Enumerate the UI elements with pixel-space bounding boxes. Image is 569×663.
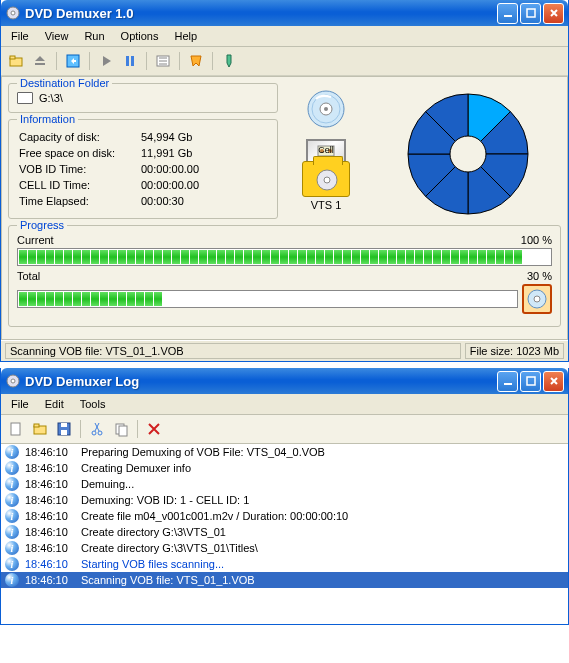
maximize-button[interactable] — [520, 3, 541, 24]
svg-point-19 — [450, 136, 486, 172]
refresh-icon[interactable] — [62, 50, 84, 72]
svg-rect-30 — [61, 430, 67, 435]
minimize-button[interactable] — [497, 371, 518, 392]
log-row[interactable]: i18:46:10Demuxing: VOB ID: 1 - CELL ID: … — [1, 492, 568, 508]
destination-legend: Destination Folder — [17, 77, 112, 89]
menu-edit[interactable]: Edit — [39, 396, 70, 412]
log-message: Create directory G:\3\VTS_01 — [81, 526, 226, 538]
log-time: 18:46:10 — [25, 462, 75, 474]
status-right: File size: 1023 Mb — [465, 343, 564, 359]
destination-group: Destination Folder G:\3\ — [8, 83, 278, 113]
log-time: 18:46:10 — [25, 574, 75, 586]
menu-file[interactable]: File — [5, 28, 35, 44]
info-table: Capacity of disk:54,994 Gb Free space on… — [17, 128, 209, 210]
disc-icon — [306, 89, 346, 129]
total-pct: 30 % — [527, 270, 552, 282]
log-titlebar[interactable]: DVD Demuxer Log — [1, 368, 568, 394]
info-row: Capacity of disk:54,994 Gb — [19, 130, 207, 144]
log-row[interactable]: i18:46:10Creating Demuxer info — [1, 460, 568, 476]
log-time: 18:46:10 — [25, 510, 75, 522]
info-icon: i — [5, 525, 19, 539]
minimize-button[interactable] — [497, 3, 518, 24]
svg-point-21 — [534, 296, 540, 302]
log-time: 18:46:10 — [25, 446, 75, 458]
info-row: CELL ID Time:00:00:00.00 — [19, 178, 207, 192]
menu-help[interactable]: Help — [169, 28, 204, 44]
main-content: Destination Folder G:\3\ Information Cap… — [1, 76, 568, 340]
info-icon: i — [5, 541, 19, 555]
save-icon[interactable] — [53, 418, 75, 440]
close-button[interactable] — [543, 3, 564, 24]
separator — [56, 52, 57, 70]
log-row[interactable]: i18:46:10Demuing... — [1, 476, 568, 492]
vts-label: VTS 1 — [286, 199, 366, 211]
main-titlebar[interactable]: DVD Demuxer 1.0 — [1, 0, 568, 26]
log-row[interactable]: i18:46:10Scanning VOB file: VTS_01_1.VOB — [1, 572, 568, 588]
svg-rect-24 — [504, 383, 512, 385]
menu-run[interactable]: Run — [78, 28, 110, 44]
menu-view[interactable]: View — [39, 28, 75, 44]
separator — [137, 420, 138, 438]
open-icon[interactable] — [5, 50, 27, 72]
current-pct: 100 % — [521, 234, 552, 246]
play-icon[interactable] — [95, 50, 117, 72]
separator — [179, 52, 180, 70]
svg-point-32 — [92, 431, 96, 435]
svg-rect-8 — [131, 56, 134, 66]
help-icon[interactable] — [185, 50, 207, 72]
copy-icon[interactable] — [110, 418, 132, 440]
total-progress-bar — [17, 290, 518, 308]
delete-icon[interactable] — [143, 418, 165, 440]
info-icon: i — [5, 493, 19, 507]
cell-label: Cell — [286, 145, 366, 155]
separator — [212, 52, 213, 70]
disk-pie-chart — [403, 89, 533, 219]
new-icon[interactable] — [5, 418, 27, 440]
menu-options[interactable]: Options — [115, 28, 165, 44]
log-row[interactable]: i18:46:10Preparing Demuxing of VOB File:… — [1, 444, 568, 460]
mid-column: Cell VTS 1 — [286, 83, 366, 225]
information-legend: Information — [17, 113, 78, 125]
vts-box[interactable] — [302, 161, 350, 197]
svg-rect-5 — [10, 56, 15, 59]
log-list[interactable]: i18:46:10Preparing Demuxing of VOB File:… — [1, 444, 568, 624]
progress-group: Progress Current 100 % Total 30 % — [8, 225, 561, 327]
svg-point-13 — [324, 107, 328, 111]
info-icon: i — [5, 461, 19, 475]
main-title: DVD Demuxer 1.0 — [25, 6, 495, 21]
log-message: Creating Demuxer info — [81, 462, 191, 474]
info-row: VOB ID Time:00:00:00.00 — [19, 162, 207, 176]
current-label: Current — [17, 234, 54, 246]
svg-point-18 — [324, 177, 330, 183]
info-icon: i — [5, 445, 19, 459]
drive-icon — [17, 92, 33, 104]
info-row: Time Elapsed:00:00:30 — [19, 194, 207, 208]
svg-point-23 — [11, 379, 15, 383]
eject-icon[interactable] — [29, 50, 51, 72]
log-message: Create file m04_v001c001.m2v / Duration:… — [81, 510, 348, 522]
log-row[interactable]: i18:46:10Create directory G:\3\VTS_01\Ti… — [1, 540, 568, 556]
log-row[interactable]: i18:46:10Starting VOB files scanning... — [1, 556, 568, 572]
tag-icon[interactable] — [218, 50, 240, 72]
main-toolbar — [1, 47, 568, 76]
svg-rect-2 — [504, 15, 512, 17]
close-button[interactable] — [543, 371, 564, 392]
log-message: Preparing Demuxing of VOB File: VTS_04_0… — [81, 446, 325, 458]
log-time: 18:46:10 — [25, 542, 75, 554]
app-icon — [5, 5, 21, 21]
separator — [80, 420, 81, 438]
svg-rect-35 — [119, 426, 127, 436]
menu-tools[interactable]: Tools — [74, 396, 112, 412]
open-icon[interactable] — [29, 418, 51, 440]
menu-file[interactable]: File — [5, 396, 35, 412]
list-icon[interactable] — [152, 50, 174, 72]
cut-icon[interactable] — [86, 418, 108, 440]
log-row[interactable]: i18:46:10Create directory G:\3\VTS_01 — [1, 524, 568, 540]
log-row[interactable]: i18:46:10Create file m04_v001c001.m2v / … — [1, 508, 568, 524]
maximize-button[interactable] — [520, 371, 541, 392]
disc-button[interactable] — [522, 284, 552, 314]
progress-legend: Progress — [17, 219, 67, 231]
pause-icon[interactable] — [119, 50, 141, 72]
log-window: DVD Demuxer Log File Edit Tools i18:46:1… — [0, 368, 569, 625]
info-icon: i — [5, 477, 19, 491]
